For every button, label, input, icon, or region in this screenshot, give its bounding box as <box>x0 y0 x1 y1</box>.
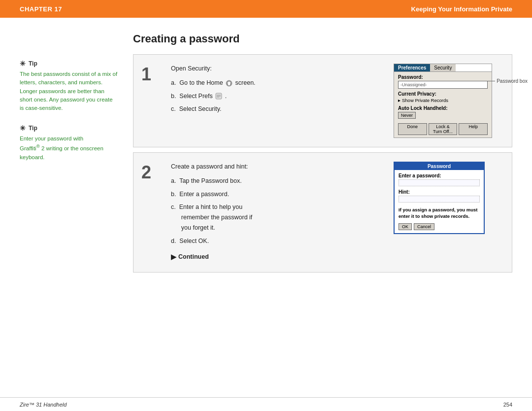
step-1-box: 1 Open Security: a. Go to the Home scree… <box>133 54 512 147</box>
step-2-b: b. Enter a password. <box>171 189 384 200</box>
callout-line <box>466 81 495 81</box>
step-2-image: Password Enter a password: Hint: If you … <box>394 162 502 234</box>
step-1-a: a. Go to the Home screen. <box>171 78 384 88</box>
chapter-title: Keeping Your Information Private <box>411 5 512 13</box>
step-2-c: c. Enter a hint to help you remember the… <box>171 202 384 234</box>
tip-1-star-icon: ✳ <box>20 60 26 68</box>
pref-bottom-buttons: Done Lock & Turn Off... Help <box>398 123 488 135</box>
tip-block-1: ✳ Tip The best passwords consist of a mi… <box>20 60 118 112</box>
step-1-instructions: Open Security: a. Go to the Home screen.… <box>171 64 384 117</box>
tip-2-text-part1: Enter your password with <box>20 136 83 141</box>
content-area: Creating a password 1 Open Security: a. … <box>133 33 512 277</box>
pwd-hint-label: Hint: <box>399 189 480 195</box>
pref-titlebar: Preferences Security <box>394 64 492 72</box>
tip-1-text: The best passwords consist of a mix of l… <box>20 70 118 112</box>
tip-2-header: ✳ Tip <box>20 124 118 132</box>
step-2-content: Create a password and hint: a. Tap the P… <box>171 162 502 263</box>
pwd-cancel-button[interactable]: Cancel <box>414 223 434 230</box>
prefs-icon <box>215 93 222 100</box>
pref-current-privacy-label: Current Privacy: <box>398 91 488 97</box>
tip-2-superscript: ® <box>36 144 40 149</box>
home-icon <box>226 80 233 87</box>
continued-arrow-icon: ▶ <box>171 251 176 263</box>
step-2-number: 2 <box>141 164 161 181</box>
tip-2-heading: Tip <box>29 125 37 132</box>
preferences-screenshot: Preferences Security Password: -Unassign… <box>394 64 492 138</box>
step-1-c: c. Select Security. <box>171 104 384 114</box>
footer-page-number: 254 <box>503 402 512 408</box>
pref-checkmark-icon: ▸ <box>398 98 400 103</box>
step-2-title: Create a password and hint: <box>171 162 384 172</box>
sidebar: ✳ Tip The best passwords consist of a mi… <box>20 33 118 277</box>
main-content: ✳ Tip The best passwords consist of a mi… <box>0 18 532 287</box>
footer-product-name: Zire™ 31 Handheld <box>20 402 66 408</box>
pwd-dialog-body: Enter a password: Hint: If you assign a … <box>395 170 484 233</box>
step-2-instructions: Create a password and hint: a. Tap the P… <box>171 162 384 263</box>
tip-1-header: ✳ Tip <box>20 60 118 68</box>
continued-label: ▶ Continued <box>171 251 384 263</box>
step-2-a: a. Tap the Password box. <box>171 176 384 186</box>
pref-help-button[interactable]: Help <box>459 123 488 135</box>
pref-auto-lock-label: Auto Lock Handheld: <box>398 105 488 111</box>
pref-tab-preferences: Preferences <box>394 64 430 71</box>
pref-lock-button[interactable]: Lock & Turn Off... <box>429 123 458 135</box>
password-dialog: Password Enter a password: Hint: If you … <box>394 162 485 234</box>
footer: Zire™ 31 Handheld 254 <box>0 397 532 411</box>
tip-2-text-graffiti: Graffiti® 2 writing or the onscreen keyb… <box>20 145 103 160</box>
pwd-hint-input[interactable] <box>399 196 480 203</box>
pwd-bottom-buttons: OK Cancel <box>399 223 480 230</box>
callout-group: Password box <box>466 78 528 84</box>
header: CHAPTER 17 Keeping Your Information Priv… <box>0 0 532 18</box>
step-2-box: 2 Create a password and hint: a. Tap the… <box>133 152 512 273</box>
tip-1-heading: Tip <box>29 60 37 67</box>
pwd-dialog-titlebar: Password <box>395 163 484 170</box>
tip-2-star-icon: ✳ <box>20 124 26 132</box>
step-1-image: Preferences Security Password: -Unassign… <box>394 64 502 138</box>
pref-show-private-row: ▸ Show Private Records <box>398 98 488 103</box>
pref-show-private-text: Show Private Records <box>402 98 448 103</box>
tip-block-2: ✳ Tip Enter your password with Graffiti®… <box>20 124 118 162</box>
tip-2-text: Enter your password with Graffiti® 2 wri… <box>20 135 118 162</box>
callout-label: Password box <box>497 78 528 84</box>
page-title: Creating a password <box>133 33 512 45</box>
pwd-enter-input[interactable] <box>399 179 480 186</box>
step-1-title: Open Security: <box>171 64 384 74</box>
pref-done-button[interactable]: Done <box>398 123 427 135</box>
step-1-b: b. Select Prefs . <box>171 91 384 102</box>
pwd-ok-button[interactable]: OK <box>399 223 412 230</box>
pref-tab-security: Security <box>430 64 456 71</box>
continued-text: Continued <box>178 252 209 262</box>
chapter-label: CHAPTER 17 <box>20 5 62 13</box>
step-2-d: d. Select OK. <box>171 236 384 246</box>
pwd-notice-text: If you assign a password, you must enter… <box>399 206 480 220</box>
pwd-enter-label: Enter a password: <box>399 173 480 178</box>
step-1-content: Open Security: a. Go to the Home screen.… <box>171 64 502 138</box>
step-1-number: 1 <box>141 66 161 83</box>
pref-never-button[interactable]: Never <box>398 112 416 119</box>
